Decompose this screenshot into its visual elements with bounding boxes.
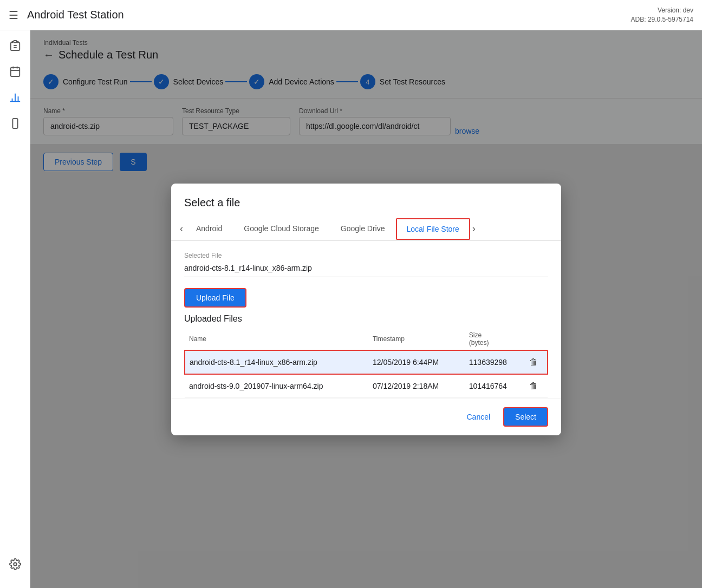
upload-file-button[interactable]: Upload File xyxy=(184,288,246,308)
col-timestamp-header: Timestamp xyxy=(368,328,465,350)
tab-android[interactable]: Android xyxy=(185,218,233,240)
file-table: Name Timestamp Size(bytes) android-cts-8… xyxy=(184,328,548,398)
sidebar-icon-phone[interactable] xyxy=(4,113,26,134)
tab-prev-btn[interactable]: ‹ xyxy=(178,219,185,239)
svg-point-13 xyxy=(14,563,17,566)
tab-gcs[interactable]: Google Cloud Storage xyxy=(233,218,330,240)
sidebar-icon-calendar[interactable] xyxy=(4,61,26,82)
col-action-header xyxy=(525,328,548,350)
delete-icon[interactable]: 🗑 xyxy=(529,381,538,390)
delete-icon[interactable]: 🗑 xyxy=(529,357,538,367)
file-delete-cell[interactable]: 🗑 xyxy=(525,350,548,374)
tab-gdrive[interactable]: Google Drive xyxy=(330,218,396,240)
col-name-header: Name xyxy=(185,328,368,350)
select-button[interactable]: Select xyxy=(503,407,548,427)
sidebar-icon-settings[interactable] xyxy=(4,553,26,575)
file-delete-cell[interactable]: 🗑 xyxy=(525,374,548,398)
app-title: Android Test Station xyxy=(27,9,631,21)
cancel-button[interactable]: Cancel xyxy=(460,407,497,427)
menu-icon[interactable]: ☰ xyxy=(9,9,18,22)
col-size-header: Size(bytes) xyxy=(465,328,525,350)
dialog-title: Select a file xyxy=(171,184,561,218)
svg-rect-3 xyxy=(10,68,20,77)
selected-file-input[interactable] xyxy=(184,262,548,277)
sidebar-icon-chart[interactable] xyxy=(4,87,26,108)
file-name-cell: android-sts-9.0_201907-linux-arm64.zip xyxy=(185,374,368,398)
overlay: Select a file ‹ Android Google Cloud Sto… xyxy=(30,30,702,588)
dialog: Select a file ‹ Android Google Cloud Sto… xyxy=(171,184,561,435)
layout: Individual Tests ← Schedule a Test Run C… xyxy=(0,30,702,588)
version-info: Version: dev ADB: 29.0.5-5975714 xyxy=(631,6,693,24)
table-row[interactable]: android-sts-9.0_201907-linux-arm64.zip 0… xyxy=(185,374,548,398)
dialog-footer: Cancel Select xyxy=(171,398,561,435)
table-row[interactable]: android-cts-8.1_r14-linux_x86-arm.zip 12… xyxy=(185,350,548,374)
main-content: Individual Tests ← Schedule a Test Run C… xyxy=(30,30,702,588)
file-size-cell: 101416764 xyxy=(465,374,525,398)
top-bar: ☰ Android Test Station Version: dev ADB:… xyxy=(0,0,702,30)
tab-next-btn[interactable]: › xyxy=(470,219,478,239)
sidebar xyxy=(0,30,30,588)
sidebar-icon-clipboard[interactable] xyxy=(4,35,26,56)
tabs-container: ‹ Android Google Cloud Storage Google Dr… xyxy=(171,218,561,241)
selected-file-area: Selected File xyxy=(171,241,561,284)
svg-rect-0 xyxy=(14,41,17,43)
tab-localfile[interactable]: Local File Store xyxy=(396,218,470,240)
file-size-cell: 113639298 xyxy=(465,350,525,374)
svg-rect-11 xyxy=(12,119,17,128)
selected-file-label: Selected File xyxy=(184,252,548,259)
file-name-cell: android-cts-8.1_r14-linux_x86-arm.zip xyxy=(185,350,368,374)
file-timestamp-cell: 07/12/2019 2:18AM xyxy=(368,374,465,398)
upload-area: Upload File xyxy=(171,284,561,314)
uploaded-files-title: Uploaded Files xyxy=(184,314,548,324)
file-timestamp-cell: 12/05/2019 6:44PM xyxy=(368,350,465,374)
uploaded-files-section: Uploaded Files Name Timestamp Size(bytes… xyxy=(171,314,561,398)
